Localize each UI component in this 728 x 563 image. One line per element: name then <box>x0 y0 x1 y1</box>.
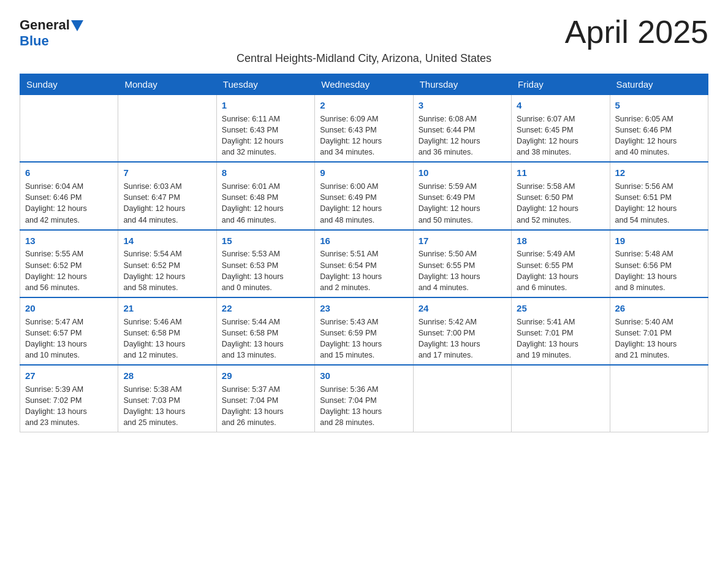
calendar-week-row: 6Sunrise: 6:04 AM Sunset: 6:46 PM Daylig… <box>20 162 708 229</box>
calendar-day-cell <box>512 365 610 432</box>
logo: General Blue <box>20 17 83 49</box>
day-number: 22 <box>222 302 309 315</box>
day-number: 15 <box>222 234 309 248</box>
day-info: Sunrise: 5:39 AM Sunset: 7:02 PM Dayligh… <box>25 384 113 429</box>
calendar-day-cell: 18Sunrise: 5:49 AM Sunset: 6:55 PM Dayli… <box>512 230 610 297</box>
day-info: Sunrise: 5:51 AM Sunset: 6:54 PM Dayligh… <box>320 248 408 293</box>
day-number: 26 <box>615 302 703 315</box>
day-number: 13 <box>25 234 113 248</box>
day-number: 8 <box>222 166 309 180</box>
day-info: Sunrise: 6:05 AM Sunset: 6:46 PM Dayligh… <box>615 113 703 158</box>
day-number: 6 <box>25 166 113 180</box>
calendar-day-cell: 14Sunrise: 5:54 AM Sunset: 6:52 PM Dayli… <box>118 230 216 297</box>
day-info: Sunrise: 5:48 AM Sunset: 6:56 PM Dayligh… <box>615 248 703 293</box>
day-number: 17 <box>419 234 506 248</box>
day-info: Sunrise: 6:03 AM Sunset: 6:47 PM Dayligh… <box>123 181 211 226</box>
day-number: 27 <box>25 369 113 383</box>
calendar-day-cell <box>413 365 511 432</box>
calendar-day-cell: 25Sunrise: 5:41 AM Sunset: 7:01 PM Dayli… <box>512 297 610 365</box>
calendar-day-cell: 1Sunrise: 6:11 AM Sunset: 6:43 PM Daylig… <box>216 95 314 163</box>
day-number: 23 <box>320 302 408 315</box>
calendar-header-thursday: Thursday <box>413 74 511 95</box>
calendar-day-cell: 12Sunrise: 5:56 AM Sunset: 6:51 PM Dayli… <box>610 162 708 229</box>
day-info: Sunrise: 5:53 AM Sunset: 6:53 PM Dayligh… <box>222 248 309 293</box>
day-info: Sunrise: 6:09 AM Sunset: 6:43 PM Dayligh… <box>320 113 408 158</box>
day-info: Sunrise: 5:47 AM Sunset: 6:57 PM Dayligh… <box>25 316 113 361</box>
day-number: 3 <box>419 99 506 112</box>
calendar-day-cell: 26Sunrise: 5:40 AM Sunset: 7:01 PM Dayli… <box>610 297 708 365</box>
calendar-day-cell: 24Sunrise: 5:42 AM Sunset: 7:00 PM Dayli… <box>413 297 511 365</box>
day-info: Sunrise: 6:07 AM Sunset: 6:45 PM Dayligh… <box>517 113 604 158</box>
day-info: Sunrise: 5:36 AM Sunset: 7:04 PM Dayligh… <box>320 384 408 429</box>
calendar-day-cell <box>20 95 118 163</box>
calendar-table: SundayMondayTuesdayWednesdayThursdayFrid… <box>20 74 708 432</box>
calendar-day-cell: 9Sunrise: 6:00 AM Sunset: 6:49 PM Daylig… <box>315 162 413 229</box>
calendar-header-tuesday: Tuesday <box>216 74 314 95</box>
calendar-day-cell: 20Sunrise: 5:47 AM Sunset: 6:57 PM Dayli… <box>20 297 118 365</box>
day-info: Sunrise: 5:49 AM Sunset: 6:55 PM Dayligh… <box>517 248 604 293</box>
calendar-day-cell: 17Sunrise: 5:50 AM Sunset: 6:55 PM Dayli… <box>413 230 511 297</box>
day-info: Sunrise: 6:04 AM Sunset: 6:46 PM Dayligh… <box>25 181 113 226</box>
day-info: Sunrise: 5:43 AM Sunset: 6:59 PM Dayligh… <box>320 316 408 361</box>
page-header: General Blue April 2025 <box>20 15 708 50</box>
calendar-header-monday: Monday <box>118 74 216 95</box>
page-title: April 2025 <box>565 15 708 50</box>
day-info: Sunrise: 5:54 AM Sunset: 6:52 PM Dayligh… <box>123 248 211 293</box>
day-number: 5 <box>615 99 703 112</box>
day-number: 10 <box>419 166 506 180</box>
calendar-header-saturday: Saturday <box>610 74 708 95</box>
day-info: Sunrise: 5:41 AM Sunset: 7:01 PM Dayligh… <box>517 316 604 361</box>
day-info: Sunrise: 5:40 AM Sunset: 7:01 PM Dayligh… <box>615 316 703 361</box>
calendar-day-cell: 5Sunrise: 6:05 AM Sunset: 6:46 PM Daylig… <box>610 95 708 163</box>
calendar-day-cell: 2Sunrise: 6:09 AM Sunset: 6:43 PM Daylig… <box>315 95 413 163</box>
day-info: Sunrise: 6:00 AM Sunset: 6:49 PM Dayligh… <box>320 181 408 226</box>
day-number: 25 <box>517 302 604 315</box>
day-number: 16 <box>320 234 408 248</box>
day-number: 21 <box>123 302 211 315</box>
logo-triangle-icon <box>71 20 83 31</box>
day-info: Sunrise: 5:42 AM Sunset: 7:00 PM Dayligh… <box>419 316 506 361</box>
logo-general: General <box>20 17 70 33</box>
calendar-header-sunday: Sunday <box>20 74 118 95</box>
calendar-day-cell: 16Sunrise: 5:51 AM Sunset: 6:54 PM Dayli… <box>315 230 413 297</box>
calendar-header-row: SundayMondayTuesdayWednesdayThursdayFrid… <box>20 74 708 95</box>
day-number: 20 <box>25 302 113 315</box>
day-number: 18 <box>517 234 604 248</box>
calendar-day-cell: 29Sunrise: 5:37 AM Sunset: 7:04 PM Dayli… <box>216 365 314 432</box>
day-number: 24 <box>419 302 506 315</box>
calendar-week-row: 13Sunrise: 5:55 AM Sunset: 6:52 PM Dayli… <box>20 230 708 297</box>
day-number: 4 <box>517 99 604 112</box>
calendar-day-cell: 6Sunrise: 6:04 AM Sunset: 6:46 PM Daylig… <box>20 162 118 229</box>
calendar-day-cell <box>118 95 216 163</box>
day-number: 7 <box>123 166 211 180</box>
day-info: Sunrise: 5:59 AM Sunset: 6:49 PM Dayligh… <box>419 181 506 226</box>
calendar-day-cell: 7Sunrise: 6:03 AM Sunset: 6:47 PM Daylig… <box>118 162 216 229</box>
calendar-week-row: 1Sunrise: 6:11 AM Sunset: 6:43 PM Daylig… <box>20 95 708 163</box>
day-number: 1 <box>222 99 309 112</box>
calendar-week-row: 20Sunrise: 5:47 AM Sunset: 6:57 PM Dayli… <box>20 297 708 365</box>
calendar-day-cell: 22Sunrise: 5:44 AM Sunset: 6:58 PM Dayli… <box>216 297 314 365</box>
day-info: Sunrise: 5:50 AM Sunset: 6:55 PM Dayligh… <box>419 248 506 293</box>
calendar-day-cell: 3Sunrise: 6:08 AM Sunset: 6:44 PM Daylig… <box>413 95 511 163</box>
logo-text: General Blue <box>20 17 83 49</box>
day-number: 29 <box>222 369 309 383</box>
day-number: 28 <box>123 369 211 383</box>
calendar-header-friday: Friday <box>512 74 610 95</box>
day-number: 14 <box>123 234 211 248</box>
calendar-week-row: 27Sunrise: 5:39 AM Sunset: 7:02 PM Dayli… <box>20 365 708 432</box>
day-info: Sunrise: 5:44 AM Sunset: 6:58 PM Dayligh… <box>222 316 309 361</box>
day-info: Sunrise: 5:37 AM Sunset: 7:04 PM Dayligh… <box>222 384 309 429</box>
calendar-day-cell: 23Sunrise: 5:43 AM Sunset: 6:59 PM Dayli… <box>315 297 413 365</box>
calendar-day-cell: 8Sunrise: 6:01 AM Sunset: 6:48 PM Daylig… <box>216 162 314 229</box>
calendar-day-cell: 15Sunrise: 5:53 AM Sunset: 6:53 PM Dayli… <box>216 230 314 297</box>
day-number: 30 <box>320 369 408 383</box>
day-info: Sunrise: 5:55 AM Sunset: 6:52 PM Dayligh… <box>25 248 113 293</box>
calendar-day-cell: 28Sunrise: 5:38 AM Sunset: 7:03 PM Dayli… <box>118 365 216 432</box>
day-number: 19 <box>615 234 703 248</box>
calendar-day-cell: 27Sunrise: 5:39 AM Sunset: 7:02 PM Dayli… <box>20 365 118 432</box>
day-info: Sunrise: 5:46 AM Sunset: 6:58 PM Dayligh… <box>123 316 211 361</box>
day-number: 2 <box>320 99 408 112</box>
day-number: 9 <box>320 166 408 180</box>
day-info: Sunrise: 5:38 AM Sunset: 7:03 PM Dayligh… <box>123 384 211 429</box>
calendar-day-cell <box>610 365 708 432</box>
